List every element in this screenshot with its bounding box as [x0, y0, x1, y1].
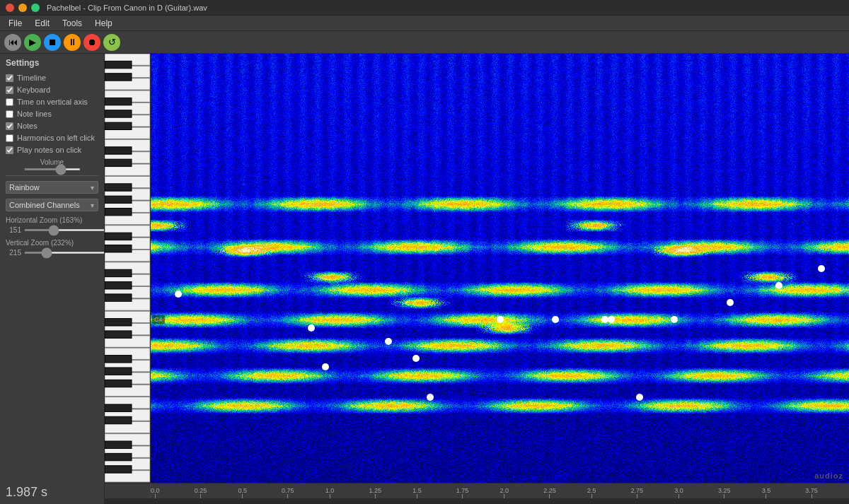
- timeline-label: Timeline: [17, 74, 46, 82]
- play-notes-label: Play notes on click: [17, 146, 81, 154]
- timeline-tick: 1.25: [369, 487, 381, 498]
- note-dot: [322, 363, 329, 370]
- timeline-tick: 2.25: [543, 487, 556, 498]
- timeline-tick: 2.75: [631, 487, 644, 498]
- note-dot: [608, 316, 615, 323]
- v-zoom-left: 215: [6, 249, 21, 257]
- note-dot: [308, 324, 315, 332]
- v-zoom-row: 215 1000: [6, 249, 98, 257]
- c4-label: C4: [152, 315, 165, 324]
- menubar: File Edit Tools Help: [0, 16, 849, 31]
- color-mode-wrapper: Rainbow Grayscale Blue Fire: [6, 181, 98, 194]
- content-area: C4 audioz 0.00.250.50.751.01.251.51.752.…: [105, 54, 849, 504]
- maximize-button[interactable]: [31, 4, 40, 12]
- timeline-tick: 3.25: [718, 487, 731, 498]
- menu-help[interactable]: Help: [89, 17, 118, 30]
- timeline-tick: 0.75: [282, 487, 294, 498]
- titlebar: Pachelbel - Clip From Canon in D (Guitar…: [0, 0, 849, 16]
- horizontal-zoom-slider[interactable]: [24, 229, 105, 231]
- notes-checkbox[interactable]: [6, 122, 13, 130]
- menu-file[interactable]: File: [3, 17, 28, 30]
- stop-button[interactable]: ⏹: [44, 34, 61, 51]
- timeline-tick: 1.75: [456, 487, 469, 498]
- timeline-tick: 0.0: [151, 487, 160, 498]
- keyboard-checkbox[interactable]: [6, 86, 13, 94]
- window-title: Pachelbel - Clip From Canon in D (Guitar…: [47, 4, 207, 12]
- note-dot: [497, 316, 504, 323]
- note-lines-setting[interactable]: Note lines: [6, 109, 98, 119]
- harmonics-label: Harmonics on left click: [17, 134, 95, 142]
- note-dot: [552, 316, 559, 323]
- timeline-tick: 3.75: [805, 487, 818, 498]
- timeline-tick: 2.5: [587, 487, 596, 498]
- loop-button[interactable]: ↺: [103, 34, 120, 51]
- spectrogram-canvas: [151, 54, 849, 483]
- toolbar: ⏮ ▶ ⏹ ⏸ ⏺ ↺: [0, 31, 849, 54]
- pause-button[interactable]: ⏸: [64, 34, 81, 51]
- minimize-button[interactable]: [18, 4, 27, 12]
- menu-tools[interactable]: Tools: [57, 17, 88, 30]
- piano-keyboard[interactable]: [105, 54, 151, 483]
- main-area: Settings Timeline Keyboard Time on verti…: [0, 54, 849, 504]
- timeline-checkbox[interactable]: [6, 74, 13, 82]
- play-notes-setting[interactable]: Play notes on click: [6, 145, 98, 155]
- record-button[interactable]: ⏺: [83, 34, 100, 51]
- note-lines-checkbox[interactable]: [6, 110, 13, 118]
- spectrogram-wrapper: C4 audioz: [105, 54, 849, 483]
- h-zoom-row: 151 500: [6, 226, 98, 234]
- sidebar: Settings Timeline Keyboard Time on verti…: [0, 54, 105, 504]
- channel-mode-wrapper: Combined Channels Left Channel Right Cha…: [6, 199, 98, 211]
- note-dot: [775, 282, 782, 289]
- note-dot: [636, 394, 643, 401]
- volume-slider[interactable]: [24, 168, 81, 170]
- note-dot: [601, 316, 608, 323]
- timeline-tick: 1.5: [412, 487, 422, 498]
- timeline-tick: 2.0: [500, 487, 509, 498]
- horizontal-scrollbar[interactable]: [105, 498, 849, 504]
- note-dot: [727, 299, 734, 306]
- menu-edit[interactable]: Edit: [29, 17, 55, 30]
- timeline-tick: 0.25: [195, 487, 207, 498]
- time-vertical-setting[interactable]: Time on vertical axis: [6, 97, 98, 107]
- divider-1: [6, 175, 98, 176]
- watermark: audioz: [814, 471, 843, 480]
- notes-setting[interactable]: Notes: [6, 121, 98, 131]
- vertical-zoom-slider[interactable]: [24, 252, 105, 254]
- keyboard-setting[interactable]: Keyboard: [6, 85, 98, 95]
- close-button[interactable]: [6, 4, 14, 12]
- note-dot: [175, 291, 182, 298]
- time-vertical-label: Time on vertical axis: [17, 98, 88, 106]
- note-dot: [427, 394, 434, 401]
- note-dot: [412, 355, 420, 362]
- play-button[interactable]: ▶: [24, 34, 41, 51]
- time-vertical-checkbox[interactable]: [6, 98, 13, 106]
- v-zoom-label: Vertical Zoom (232%): [6, 239, 98, 247]
- h-zoom-label: Horizontal Zoom (163%): [6, 216, 98, 224]
- time-display: 1.987 s: [6, 479, 98, 500]
- note-dot: [671, 316, 678, 323]
- timeline-tick: 3.5: [762, 487, 771, 498]
- channel-mode-dropdown[interactable]: Combined Channels Left Channel Right Cha…: [6, 199, 98, 211]
- rewind-button[interactable]: ⏮: [4, 34, 21, 51]
- timeline-tick: 3.0: [674, 487, 683, 498]
- timeline-spacer: [105, 484, 151, 498]
- timeline-tick: 1.0: [325, 487, 335, 498]
- timeline-ruler: 0.00.250.50.751.01.251.51.752.02.252.52.…: [105, 483, 849, 498]
- timeline-setting[interactable]: Timeline: [6, 73, 98, 83]
- spectrogram-area[interactable]: C4 audioz: [151, 54, 849, 483]
- harmonics-checkbox[interactable]: [6, 134, 13, 142]
- play-notes-checkbox[interactable]: [6, 146, 13, 154]
- settings-title: Settings: [6, 58, 98, 68]
- note-dot: [818, 265, 825, 272]
- note-lines-label: Note lines: [17, 110, 52, 118]
- color-mode-dropdown[interactable]: Rainbow Grayscale Blue Fire: [6, 181, 98, 194]
- harmonics-setting[interactable]: Harmonics on left click: [6, 133, 98, 143]
- h-zoom-left: 151: [6, 226, 21, 234]
- timeline-ticks: 0.00.250.50.751.01.251.51.752.02.252.52.…: [151, 484, 849, 498]
- timeline-tick: 0.5: [238, 487, 247, 498]
- notes-label: Notes: [17, 122, 37, 130]
- note-dot: [385, 338, 392, 345]
- keyboard-label: Keyboard: [17, 86, 50, 94]
